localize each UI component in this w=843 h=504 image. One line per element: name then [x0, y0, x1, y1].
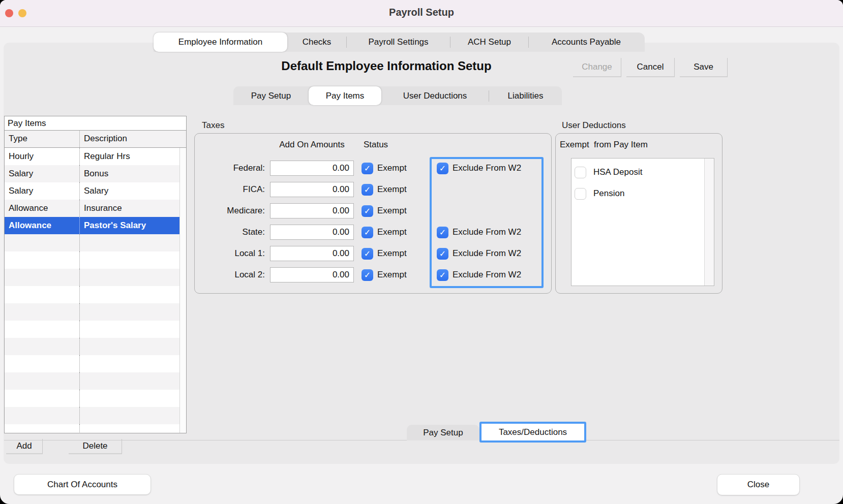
table-row-empty [5, 251, 186, 269]
page-title: Default Employee Information Setup [163, 59, 610, 73]
window-title: Payroll Setup [0, 7, 843, 18]
fica-exempt-checkbox[interactable]: ✓ [362, 184, 373, 196]
table-row[interactable]: SalaryBonus [5, 165, 186, 182]
state-exempt-checkbox[interactable]: ✓ [362, 227, 373, 238]
column-header-type[interactable]: Type [5, 131, 79, 147]
exempt-checkbox-label: Exempt [377, 227, 407, 237]
tab-payroll-settings[interactable]: Payroll Settings [347, 33, 450, 52]
deduction-item-label: HSA Deposit [593, 167, 642, 177]
cell-description: Pastor's Salary [79, 217, 186, 234]
tab-checks[interactable]: Checks [287, 33, 346, 52]
title-bar: Payroll Setup [0, 0, 843, 27]
user-deductions-panel: Exempt from Pay Item HSA DepositPension [555, 133, 722, 294]
pension-checkbox[interactable] [575, 188, 586, 200]
sub-tab-bar: Pay SetupPay ItemsUser DeductionsLiabili… [233, 86, 562, 105]
add-button[interactable]: Add [6, 439, 43, 454]
tab-ach-setup[interactable]: ACH Setup [450, 33, 528, 52]
table-row-empty [5, 321, 186, 338]
table-row-empty [5, 269, 186, 286]
table-row-empty [5, 372, 186, 390]
subtab-pay-items[interactable]: Pay Items [309, 86, 381, 105]
federal-amount-input[interactable] [270, 161, 354, 176]
exclude-w2-checkbox-label: Exclude From W2 [453, 163, 521, 173]
local-1-exempt-checkbox[interactable]: ✓ [362, 248, 373, 260]
save-button[interactable]: Save [680, 58, 728, 77]
cancel-button[interactable]: Cancel [626, 58, 675, 77]
exclude-w2-checkbox-label: Exclude From W2 [453, 227, 521, 237]
table-row-empty [5, 390, 186, 407]
local-1-amount-input[interactable] [270, 246, 354, 261]
local-2-amount-input[interactable] [270, 267, 354, 282]
table-row[interactable]: HourlyRegular Hrs [5, 148, 186, 165]
cell-type: Allowance [5, 200, 79, 217]
exempt-checkbox-label: Exempt [377, 248, 407, 259]
state-amount-input[interactable] [270, 225, 354, 240]
table-row[interactable]: AllowanceInsurance [5, 200, 186, 217]
subtab-liabilities[interactable]: Liabilities [489, 86, 562, 105]
tax-row: FICA:✓Exempt [195, 179, 551, 200]
cell-description: Bonus [79, 165, 186, 182]
tab-accounts-payable[interactable]: Accounts Payable [529, 33, 644, 52]
column-header-description[interactable]: Description [79, 131, 186, 147]
hsa-deposit-checkbox[interactable] [575, 167, 586, 178]
medicare-amount-input[interactable] [270, 203, 354, 218]
state-exclude-w2-checkbox[interactable]: ✓ [437, 227, 448, 238]
cell-type: Hourly [5, 148, 79, 165]
local-1-exclude-w2-checkbox[interactable]: ✓ [437, 248, 448, 260]
cell-description: Salary [79, 182, 186, 200]
exclude-w2-checkbox-label: Exclude From W2 [453, 248, 521, 259]
local-2-exempt-checkbox[interactable]: ✓ [362, 269, 373, 281]
taxes-label: Taxes [202, 120, 224, 131]
table-row-empty [5, 338, 186, 355]
delete-button[interactable]: Delete [69, 439, 122, 454]
medicare-exempt-checkbox[interactable]: ✓ [362, 205, 373, 217]
user-deductions-list: HSA DepositPension [571, 158, 714, 286]
footer-tab-taxes-deductions[interactable]: Taxes/Deductions [479, 422, 586, 443]
add-on-amounts-header: Add On Amounts [270, 140, 354, 150]
state-label: State: [195, 227, 270, 237]
cell-description: Regular Hrs [79, 148, 186, 165]
subtab-pay-setup[interactable]: Pay Setup [233, 86, 309, 105]
exempt-checkbox-label: Exempt [377, 163, 407, 173]
deduction-item-label: Pension [593, 188, 624, 199]
list-scrollbar[interactable] [704, 159, 714, 286]
cell-type: Salary [5, 182, 79, 200]
fica-amount-input[interactable] [270, 182, 354, 197]
exempt-from-pay-item-label: Exempt from Pay Item [560, 140, 648, 150]
exclude-w2-group: ✓Exclude From W2 [437, 248, 521, 260]
cell-type: Allowance [5, 217, 79, 234]
user-deductions-label: User Deductions [562, 120, 626, 131]
medicare-label: Medicare: [195, 206, 270, 216]
table-row[interactable]: SalarySalary [5, 182, 186, 200]
deduction-item: HSA Deposit [571, 162, 714, 183]
tax-row: Local 2:✓Exempt✓Exclude From W2 [195, 264, 551, 286]
local-2-exclude-w2-checkbox[interactable]: ✓ [437, 269, 448, 281]
federal-label: Federal: [195, 163, 270, 173]
pay-items-table: Pay Items Type Description HourlyRegular… [4, 116, 187, 433]
chart-of-accounts-button[interactable]: Chart Of Accounts [14, 474, 151, 495]
close-button[interactable]: Close [717, 474, 800, 495]
table-row[interactable]: AllowancePastor's Salary [5, 217, 186, 234]
federal-exclude-w2-checkbox[interactable]: ✓ [437, 163, 448, 174]
tab-employee-information[interactable]: Employee Information [154, 33, 287, 52]
tax-row: State:✓Exempt✓Exclude From W2 [195, 222, 551, 243]
exclude-w2-checkbox-label: Exclude From W2 [453, 270, 521, 280]
exclude-w2-group: ✓Exclude From W2 [437, 163, 521, 174]
payroll-setup-window: Payroll Setup Employee InformationChecks… [0, 0, 843, 504]
tax-row: Medicare:✓Exempt [195, 200, 551, 222]
fica-label: FICA: [195, 184, 270, 195]
cell-type: Salary [5, 165, 79, 182]
table-body: HourlyRegular HrsSalaryBonusSalarySalary… [4, 148, 187, 433]
exempt-checkbox-label: Exempt [377, 206, 407, 216]
local-1-label: Local 1: [195, 248, 270, 259]
exempt-checkbox-label: Exempt [377, 270, 407, 280]
federal-exempt-checkbox[interactable]: ✓ [362, 163, 373, 174]
subtab-user-deductions[interactable]: User Deductions [381, 86, 489, 105]
change-button[interactable]: Change [573, 58, 621, 77]
pay-items-title: Pay Items [4, 116, 187, 131]
exempt-checkbox-label: Exempt [377, 184, 407, 195]
footer-tab-pay-setup[interactable]: Pay Setup [407, 425, 479, 440]
local-2-label: Local 2: [195, 270, 270, 280]
exclude-w2-group: ✓Exclude From W2 [437, 227, 521, 238]
table-scrollbar[interactable] [179, 148, 186, 433]
